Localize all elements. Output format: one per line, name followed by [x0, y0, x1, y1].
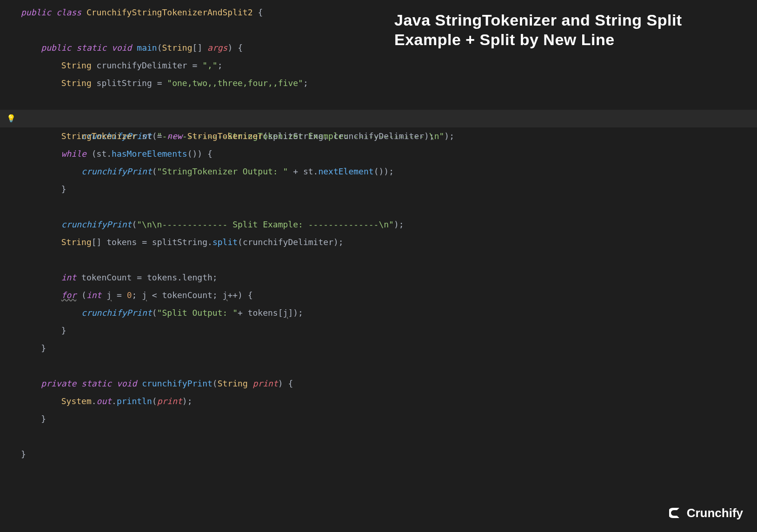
semicolon: ;: [429, 131, 434, 141]
code-line: private static void crunchifyPrint(Strin…: [0, 375, 757, 392]
code-line-blank: [0, 428, 757, 446]
overlay-title: Java StringTokenizer and String Split Ex…: [394, 10, 738, 49]
dot: .: [207, 237, 212, 247]
keyword-int: int: [86, 290, 102, 300]
var-delimiter: crunchifyDelimiter: [333, 131, 424, 141]
keyword-private: private: [41, 379, 76, 388]
keyword-while: while: [61, 149, 86, 159]
brace: {: [238, 43, 243, 53]
op-plus: +: [238, 308, 248, 318]
var-splitstring: splitString: [268, 131, 323, 141]
paren: ): [384, 166, 389, 176]
field-out: out: [97, 396, 112, 406]
keyword-void: void: [117, 379, 137, 388]
method-println: println: [117, 396, 152, 406]
semicolon: ;: [389, 166, 394, 176]
paren: (: [238, 237, 243, 247]
type-stringtokenizer: StringTokenizer: [187, 131, 263, 141]
method-split: split: [212, 237, 238, 247]
op-assign: =: [187, 60, 203, 70]
code-line-highlighted: 💡 crunchifyPrint("-------------StringTok…: [0, 110, 757, 127]
var-delimiter: crunchifyDelimiter: [97, 60, 187, 70]
var-j: j: [142, 290, 147, 300]
var-tokencount: tokenCount: [162, 290, 212, 300]
dot: .: [92, 396, 97, 406]
method-nextelement: nextElement: [318, 166, 373, 176]
paren: ): [293, 308, 298, 318]
keyword-class: class: [56, 7, 81, 17]
comma: ,: [323, 131, 333, 141]
number-literal: 0: [127, 290, 132, 300]
string-literal: ",": [202, 60, 218, 70]
var-st: st: [303, 166, 313, 176]
bracket: [: [278, 308, 283, 318]
brackets: []: [193, 43, 203, 53]
var-tokens: tokens: [248, 308, 278, 318]
var-splitstring: splitString: [97, 78, 152, 88]
lightbulb-icon[interactable]: 💡: [7, 110, 16, 127]
op-assign: =: [137, 237, 152, 247]
code-line-blank: [0, 357, 757, 375]
paren: ): [394, 219, 399, 229]
paren: (): [374, 166, 384, 176]
paren: ): [197, 149, 202, 159]
brace: {: [258, 7, 263, 17]
code-line: }: [0, 446, 757, 463]
code-line-blank: [0, 251, 757, 269]
keyword-public: public: [41, 43, 71, 53]
type-string: String: [218, 379, 248, 388]
code-line-blank: [0, 92, 757, 110]
paren: ): [238, 290, 243, 300]
keyword-new: new: [167, 131, 182, 141]
semicolon: ;: [218, 60, 223, 70]
paren: (: [152, 166, 157, 176]
var-j: j: [223, 290, 228, 300]
var-tokens: tokens: [147, 273, 177, 282]
op-assign: =: [112, 290, 127, 300]
keyword-for: for: [61, 290, 77, 300]
field-length: length: [182, 273, 212, 282]
param-print: print: [157, 396, 182, 406]
code-line: String splitString = "one,two,,three,fou…: [0, 74, 757, 92]
code-line: }: [0, 180, 757, 198]
var-st: st: [142, 131, 152, 141]
brace: }: [41, 414, 46, 424]
code-line: String[] tokens = splitString.split(crun…: [0, 233, 757, 251]
brace: }: [21, 449, 26, 459]
bracket: ]: [288, 308, 293, 318]
semicolon: ;: [187, 396, 193, 406]
string-literal: "StringTokenizer Output: ": [157, 166, 288, 176]
code-line: while (st.hasMoreElements()) {: [0, 145, 757, 163]
code-line: }: [0, 339, 757, 357]
code-line: String crunchifyDelimiter = ",";: [0, 57, 757, 74]
keyword-static: static: [76, 43, 106, 53]
code-line: crunchifyPrint("Split Output: "+ tokens[…: [0, 304, 757, 322]
code-line: crunchifyPrint("\n\n------------- Split …: [0, 216, 757, 233]
method-def-crunchifyprint: crunchifyPrint: [142, 379, 212, 388]
semicolon: ;: [212, 273, 218, 282]
param-print: print: [253, 379, 278, 388]
type-string: String: [61, 60, 92, 70]
method-main: main: [137, 43, 157, 53]
code-line: crunchifyPrint("StringTokenizer Output: …: [0, 163, 757, 180]
method-crunchifyprint: crunchifyPrint: [61, 219, 132, 229]
op-assign: =: [132, 273, 147, 282]
code-line-blank: [0, 198, 757, 216]
paren: (: [157, 43, 162, 53]
paren: (): [187, 149, 198, 159]
paren: ): [424, 131, 429, 141]
var-delimiter: crunchifyDelimiter: [243, 237, 333, 247]
method-hasmoreelements: hasMoreElements: [112, 149, 187, 159]
code-line: StringTokenizer st = new StringTokenizer…: [0, 127, 757, 145]
method-crunchifyprint: crunchifyPrint: [81, 308, 152, 318]
type-string: String: [61, 237, 92, 247]
brace: {: [288, 379, 293, 388]
paren: ): [182, 396, 187, 406]
param-args: args: [207, 43, 227, 53]
dot: .: [106, 149, 112, 159]
op-inc: ++: [227, 290, 238, 300]
op-lt: <: [147, 290, 162, 300]
code-editor[interactable]: public class CrunchifyStringTokenizerAnd…: [0, 0, 757, 463]
paren: (: [263, 131, 268, 141]
var-j: j: [106, 290, 112, 300]
